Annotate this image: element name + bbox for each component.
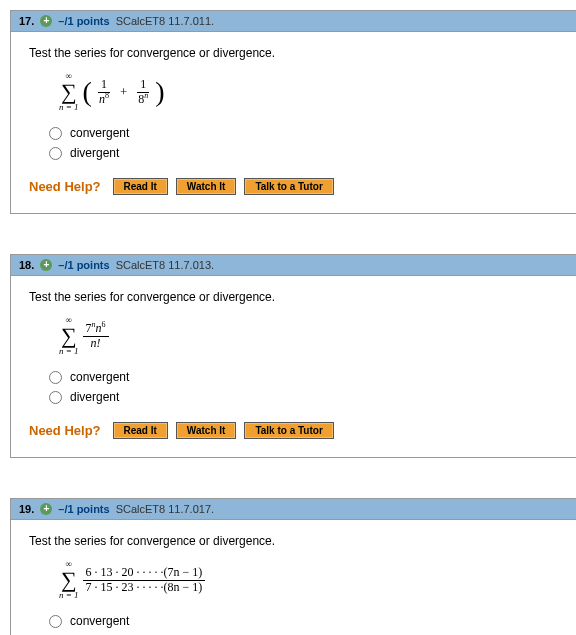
source-label: SCalcET8 11.7.011. [116, 15, 214, 27]
help-row: Need Help? Read It Watch It Talk to a Tu… [29, 178, 558, 195]
options-group: convergent divergent [49, 370, 558, 404]
points-label: –/1 points [58, 15, 109, 27]
question-number: 17. [19, 15, 34, 27]
expand-icon[interactable]: + [40, 503, 52, 515]
sigma-icon: ∑ [61, 82, 77, 102]
radio-convergent[interactable] [49, 371, 62, 384]
radio-divergent[interactable] [49, 391, 62, 404]
sigma-icon: ∑ [61, 326, 77, 346]
talk-tutor-button[interactable]: Talk to a Tutor [244, 422, 333, 439]
formula: ∞ ∑ n = 1 7nn6 n! [59, 316, 558, 356]
source-label: SCalcET8 11.7.013. [116, 259, 214, 271]
question-header: 19. + –/1 points SCalcET8 11.7.017. [11, 499, 576, 520]
prompt-text: Test the series for convergence or diver… [29, 290, 558, 304]
question-body: Test the series for convergence or diver… [11, 520, 576, 635]
points-label: –/1 points [58, 259, 109, 271]
prompt-text: Test the series for convergence or diver… [29, 534, 558, 548]
options-group: convergent divergent [49, 614, 558, 635]
read-it-button[interactable]: Read It [113, 178, 168, 195]
points-label: –/1 points [58, 503, 109, 515]
question-19: 19. + –/1 points SCalcET8 11.7.017. Test… [10, 498, 576, 635]
expand-icon[interactable]: + [40, 15, 52, 27]
option-convergent[interactable]: convergent [49, 614, 558, 628]
source-label: SCalcET8 11.7.017. [116, 503, 214, 515]
sigma-icon: ∑ [61, 570, 77, 590]
question-body: Test the series for convergence or diver… [11, 276, 576, 457]
option-convergent[interactable]: convergent [49, 126, 558, 140]
radio-convergent[interactable] [49, 615, 62, 628]
talk-tutor-button[interactable]: Talk to a Tutor [244, 178, 333, 195]
question-17: 17. + –/1 points SCalcET8 11.7.011. Test… [10, 10, 576, 214]
need-help-label: Need Help? [29, 179, 101, 194]
help-row: Need Help? Read It Watch It Talk to a Tu… [29, 422, 558, 439]
radio-convergent[interactable] [49, 127, 62, 140]
need-help-label: Need Help? [29, 423, 101, 438]
read-it-button[interactable]: Read It [113, 422, 168, 439]
options-group: convergent divergent [49, 126, 558, 160]
question-18: 18. + –/1 points SCalcET8 11.7.013. Test… [10, 254, 576, 458]
formula: ∞ ∑ n = 1 6 · 13 · 20 · · · · ·(7n − 1) … [59, 560, 558, 600]
option-divergent[interactable]: divergent [49, 146, 558, 160]
question-body: Test the series for convergence or diver… [11, 32, 576, 213]
radio-divergent[interactable] [49, 147, 62, 160]
formula: ∞ ∑ n = 1 ( 1 n8 + 1 8n ) [59, 72, 558, 112]
expand-icon[interactable]: + [40, 259, 52, 271]
question-number: 18. [19, 259, 34, 271]
prompt-text: Test the series for convergence or diver… [29, 46, 558, 60]
watch-it-button[interactable]: Watch It [176, 422, 237, 439]
watch-it-button[interactable]: Watch It [176, 178, 237, 195]
option-convergent[interactable]: convergent [49, 370, 558, 384]
question-header: 18. + –/1 points SCalcET8 11.7.013. [11, 255, 576, 276]
option-divergent[interactable]: divergent [49, 390, 558, 404]
question-header: 17. + –/1 points SCalcET8 11.7.011. [11, 11, 576, 32]
question-number: 19. [19, 503, 34, 515]
